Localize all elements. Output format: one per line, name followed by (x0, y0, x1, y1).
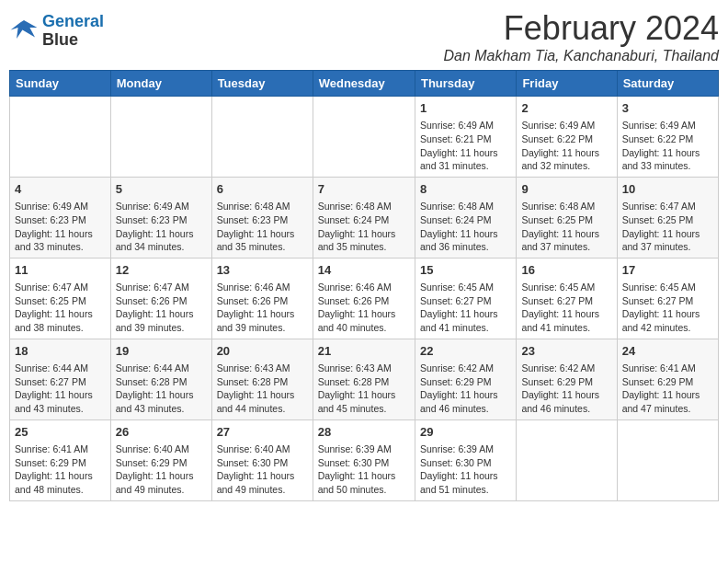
day-number: 21 (318, 343, 410, 360)
calendar-cell: 22Sunrise: 6:42 AMSunset: 6:29 PMDayligh… (415, 339, 516, 419)
cell-content: 24Sunrise: 6:41 AMSunset: 6:29 PMDayligh… (622, 343, 713, 416)
calendar-cell: 3Sunrise: 6:49 AMSunset: 6:22 PMDaylight… (617, 97, 718, 178)
cell-content: 10Sunrise: 6:47 AMSunset: 6:25 PMDayligh… (622, 181, 713, 254)
weekday-header-saturday: Saturday (617, 71, 718, 97)
calendar-cell: 7Sunrise: 6:48 AMSunset: 6:24 PMDaylight… (313, 177, 415, 258)
day-number: 19 (116, 343, 207, 360)
calendar-table: SundayMondayTuesdayWednesdayThursdayFrid… (9, 70, 719, 501)
day-number: 6 (217, 181, 308, 198)
day-number: 22 (420, 343, 511, 360)
cell-content: 8Sunrise: 6:48 AMSunset: 6:24 PMDaylight… (420, 181, 511, 254)
day-number: 2 (521, 100, 611, 117)
day-number: 16 (521, 262, 611, 279)
day-number: 4 (15, 181, 106, 198)
day-number: 20 (217, 343, 308, 360)
week-row-1: 1Sunrise: 6:49 AMSunset: 6:21 PMDaylight… (10, 97, 719, 178)
week-row-2: 4Sunrise: 6:49 AMSunset: 6:23 PMDaylight… (10, 177, 719, 258)
cell-content: 25Sunrise: 6:41 AMSunset: 6:29 PMDayligh… (15, 424, 106, 497)
day-number: 25 (15, 424, 106, 441)
cell-content: 1Sunrise: 6:49 AMSunset: 6:21 PMDaylight… (420, 100, 511, 173)
cell-content: 9Sunrise: 6:48 AMSunset: 6:25 PMDaylight… (521, 181, 611, 254)
cell-content: 19Sunrise: 6:44 AMSunset: 6:28 PMDayligh… (116, 343, 207, 416)
cell-content: 17Sunrise: 6:45 AMSunset: 6:27 PMDayligh… (622, 262, 713, 335)
cell-content: 29Sunrise: 6:39 AMSunset: 6:30 PMDayligh… (420, 424, 511, 497)
week-row-4: 18Sunrise: 6:44 AMSunset: 6:27 PMDayligh… (10, 339, 719, 419)
cell-content: 16Sunrise: 6:45 AMSunset: 6:27 PMDayligh… (521, 262, 611, 335)
cell-content: 20Sunrise: 6:43 AMSunset: 6:28 PMDayligh… (217, 343, 308, 416)
day-number: 7 (318, 181, 410, 198)
cell-content: 21Sunrise: 6:43 AMSunset: 6:28 PMDayligh… (318, 343, 410, 416)
title-area: February 2024 Dan Makham Tia, Kanchanabu… (443, 9, 719, 64)
cell-content: 11Sunrise: 6:47 AMSunset: 6:25 PMDayligh… (15, 262, 106, 335)
day-number: 29 (420, 424, 511, 441)
day-number: 13 (217, 262, 308, 279)
calendar-cell: 6Sunrise: 6:48 AMSunset: 6:23 PMDaylight… (211, 177, 313, 258)
calendar-cell (517, 419, 617, 500)
day-number: 1 (420, 100, 511, 117)
calendar-cell: 5Sunrise: 6:49 AMSunset: 6:23 PMDaylight… (110, 177, 211, 258)
day-number: 3 (622, 100, 713, 117)
logo-text: General Blue (42, 13, 104, 50)
calendar-cell: 26Sunrise: 6:40 AMSunset: 6:29 PMDayligh… (110, 419, 211, 500)
calendar-cell: 25Sunrise: 6:41 AMSunset: 6:29 PMDayligh… (10, 419, 111, 500)
week-row-5: 25Sunrise: 6:41 AMSunset: 6:29 PMDayligh… (10, 419, 719, 500)
logo: General Blue (9, 13, 104, 50)
location-title: Dan Makham Tia, Kanchanaburi, Thailand (443, 48, 719, 64)
cell-content: 4Sunrise: 6:49 AMSunset: 6:23 PMDaylight… (15, 181, 106, 254)
day-number: 18 (15, 343, 106, 360)
svg-marker-0 (11, 20, 38, 39)
day-number: 17 (622, 262, 713, 279)
day-number: 14 (318, 262, 410, 279)
calendar-cell: 27Sunrise: 6:40 AMSunset: 6:30 PMDayligh… (211, 419, 313, 500)
cell-content: 28Sunrise: 6:39 AMSunset: 6:30 PMDayligh… (318, 424, 410, 497)
day-number: 9 (521, 181, 611, 198)
day-number: 28 (318, 424, 410, 441)
weekday-header-wednesday: Wednesday (313, 71, 415, 97)
cell-content: 26Sunrise: 6:40 AMSunset: 6:29 PMDayligh… (116, 424, 207, 497)
calendar-cell: 16Sunrise: 6:45 AMSunset: 6:27 PMDayligh… (517, 258, 617, 339)
cell-content: 22Sunrise: 6:42 AMSunset: 6:29 PMDayligh… (420, 343, 511, 416)
cell-content: 2Sunrise: 6:49 AMSunset: 6:22 PMDaylight… (521, 100, 611, 173)
week-row-3: 11Sunrise: 6:47 AMSunset: 6:25 PMDayligh… (10, 258, 719, 339)
day-number: 11 (15, 262, 106, 279)
cell-content: 6Sunrise: 6:48 AMSunset: 6:23 PMDaylight… (217, 181, 308, 254)
calendar-cell: 19Sunrise: 6:44 AMSunset: 6:28 PMDayligh… (110, 339, 211, 419)
day-number: 24 (622, 343, 713, 360)
calendar-cell: 10Sunrise: 6:47 AMSunset: 6:25 PMDayligh… (617, 177, 718, 258)
calendar-cell: 12Sunrise: 6:47 AMSunset: 6:26 PMDayligh… (110, 258, 211, 339)
day-number: 5 (116, 181, 207, 198)
weekday-header-monday: Monday (110, 71, 211, 97)
cell-content: 5Sunrise: 6:49 AMSunset: 6:23 PMDaylight… (116, 181, 207, 254)
day-number: 27 (217, 424, 308, 441)
weekday-header-row: SundayMondayTuesdayWednesdayThursdayFrid… (10, 71, 719, 97)
calendar-cell: 18Sunrise: 6:44 AMSunset: 6:27 PMDayligh… (10, 339, 111, 419)
calendar-cell (110, 97, 211, 178)
weekday-header-thursday: Thursday (415, 71, 516, 97)
page-header: General Blue February 2024 Dan Makham Ti… (9, 9, 719, 64)
calendar-cell: 23Sunrise: 6:42 AMSunset: 6:29 PMDayligh… (517, 339, 617, 419)
cell-content: 18Sunrise: 6:44 AMSunset: 6:27 PMDayligh… (15, 343, 106, 416)
cell-content: 23Sunrise: 6:42 AMSunset: 6:29 PMDayligh… (521, 343, 611, 416)
calendar-cell: 15Sunrise: 6:45 AMSunset: 6:27 PMDayligh… (415, 258, 516, 339)
weekday-header-friday: Friday (517, 71, 617, 97)
calendar-cell (10, 97, 111, 178)
calendar-cell: 4Sunrise: 6:49 AMSunset: 6:23 PMDaylight… (10, 177, 111, 258)
cell-content: 14Sunrise: 6:46 AMSunset: 6:26 PMDayligh… (318, 262, 410, 335)
calendar-cell: 17Sunrise: 6:45 AMSunset: 6:27 PMDayligh… (617, 258, 718, 339)
calendar-cell: 1Sunrise: 6:49 AMSunset: 6:21 PMDaylight… (415, 97, 516, 178)
cell-content: 15Sunrise: 6:45 AMSunset: 6:27 PMDayligh… (420, 262, 511, 335)
calendar-cell: 21Sunrise: 6:43 AMSunset: 6:28 PMDayligh… (313, 339, 415, 419)
day-number: 23 (521, 343, 611, 360)
day-number: 10 (622, 181, 713, 198)
calendar-cell: 24Sunrise: 6:41 AMSunset: 6:29 PMDayligh… (617, 339, 718, 419)
day-number: 12 (116, 262, 207, 279)
calendar-cell: 13Sunrise: 6:46 AMSunset: 6:26 PMDayligh… (211, 258, 313, 339)
calendar-cell: 11Sunrise: 6:47 AMSunset: 6:25 PMDayligh… (10, 258, 111, 339)
calendar-cell: 14Sunrise: 6:46 AMSunset: 6:26 PMDayligh… (313, 258, 415, 339)
weekday-header-tuesday: Tuesday (211, 71, 313, 97)
calendar-cell (313, 97, 415, 178)
calendar-cell: 29Sunrise: 6:39 AMSunset: 6:30 PMDayligh… (415, 419, 516, 500)
cell-content: 12Sunrise: 6:47 AMSunset: 6:26 PMDayligh… (116, 262, 207, 335)
weekday-header-sunday: Sunday (10, 71, 111, 97)
calendar-cell: 20Sunrise: 6:43 AMSunset: 6:28 PMDayligh… (211, 339, 313, 419)
